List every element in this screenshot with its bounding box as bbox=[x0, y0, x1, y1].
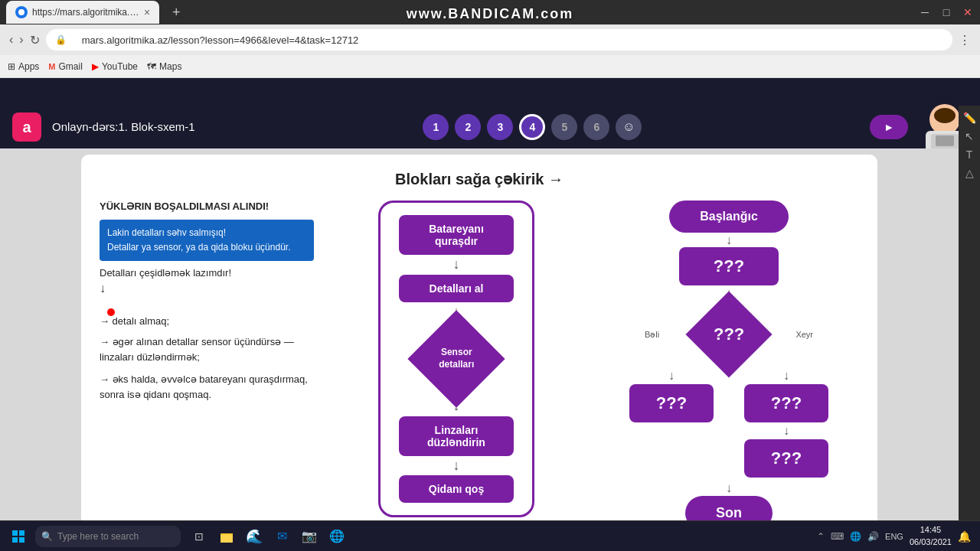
fc-diamond-sensor[interactable]: Sensor detalları bbox=[407, 311, 505, 408]
toolbar-text-icon[interactable]: T bbox=[966, 148, 973, 161]
cursor-indicator bbox=[107, 308, 115, 316]
progress-dot-5[interactable]: 5 bbox=[551, 114, 577, 140]
main-title: Blokları sağa çəkirik → bbox=[395, 171, 564, 187]
browser-tab[interactable]: https://mars.algoritmika.az/less... × bbox=[6, 1, 159, 24]
taskbar-photos[interactable]: 📷 bbox=[296, 523, 323, 550]
search-placeholder: Type here to search bbox=[57, 531, 139, 542]
tab-close-button[interactable]: × bbox=[144, 6, 150, 18]
youtube-icon: ▶ bbox=[92, 61, 99, 72]
qf-start[interactable]: Başlanğıc bbox=[669, 201, 789, 233]
bookmark-youtube[interactable]: ▶ YouTube bbox=[92, 61, 138, 72]
tray-volume-icon: 🔊 bbox=[867, 531, 879, 542]
beli-label: Bəli bbox=[645, 330, 659, 340]
app-title: Onlayn-dərs:1. Blok-sxem-1 bbox=[52, 120, 195, 134]
svg-rect-8 bbox=[19, 530, 24, 536]
back-button[interactable]: ‹ bbox=[9, 33, 13, 47]
toolbar-cursor-icon[interactable]: ↖ bbox=[965, 130, 974, 142]
svg-point-4 bbox=[934, 108, 956, 123]
taskbar-mail[interactable]: ✉ bbox=[268, 523, 296, 550]
tray-keyboard-icon: ⌨ bbox=[831, 531, 844, 542]
svg-rect-10 bbox=[19, 537, 24, 543]
step-3-text: → əks halda, əvvəlcə batareyanı quraşdır… bbox=[100, 372, 314, 402]
fc-block-detallar[interactable]: Detalları al bbox=[399, 275, 514, 302]
refresh-button[interactable]: ↻ bbox=[30, 33, 40, 47]
maps-icon: 🗺 bbox=[147, 61, 156, 72]
gmail-icon: M bbox=[48, 62, 55, 71]
tray-datetime: 14:45 06/03/2021 bbox=[910, 524, 952, 548]
tab-favicon bbox=[15, 6, 28, 18]
svg-rect-6 bbox=[936, 135, 954, 146]
fc-block-batareya[interactable]: Batareyanı quraşdır bbox=[399, 215, 514, 255]
tray-network-icon: 🌐 bbox=[850, 531, 861, 542]
maximize-button[interactable]: □ bbox=[940, 6, 952, 18]
svg-rect-12 bbox=[220, 535, 233, 543]
minimize-button[interactable]: ─ bbox=[919, 6, 931, 18]
apps-icon: ⊞ bbox=[8, 61, 15, 72]
svg-rect-9 bbox=[12, 537, 18, 543]
taskbar-edge-browser[interactable]: 🌊 bbox=[240, 523, 268, 550]
progress-dot-1[interactable]: 1 bbox=[423, 114, 449, 140]
tray-time: 14:45 bbox=[910, 524, 952, 536]
close-window-button[interactable]: ✕ bbox=[962, 6, 974, 18]
progress-dot-2[interactable]: 2 bbox=[455, 114, 481, 140]
taskbar-task-view[interactable]: ⊡ bbox=[185, 523, 213, 550]
secure-icon: 🔒 bbox=[55, 34, 67, 45]
text-detallar: Detalları çeşidləmək lazımdır! bbox=[100, 267, 314, 279]
bookmark-maps[interactable]: 🗺 Maps bbox=[147, 61, 181, 72]
highlight-text-2: Detallar ya sensor, ya da qida bloku üçü… bbox=[107, 242, 290, 253]
fc-arrow-1: ↓ bbox=[453, 256, 460, 273]
arrow-down: ↓ bbox=[100, 282, 314, 295]
step-1-text: → detalı almaq; bbox=[100, 315, 314, 327]
progress-dot-3[interactable]: 3 bbox=[487, 114, 513, 140]
qf-right-block-2[interactable]: ??? bbox=[744, 439, 828, 478]
tab-title: https://mars.algoritmika.az/less... bbox=[32, 7, 139, 18]
taskbar-search[interactable]: 🔍 Type here to search bbox=[35, 526, 181, 547]
qf-block-1[interactable]: ??? bbox=[679, 247, 779, 285]
step-2-text: → əgər alınan detallar sensor üçündürsə … bbox=[100, 334, 314, 364]
progress-dot-smiley[interactable]: ☺ bbox=[616, 114, 642, 140]
fc-block-linzalar[interactable]: Linzaları düzləndirin bbox=[399, 416, 514, 456]
fc-block-qida[interactable]: Qidanı qoş bbox=[399, 475, 514, 503]
app-logo: a bbox=[12, 112, 41, 142]
forward-button[interactable]: › bbox=[19, 33, 23, 47]
tray-notification[interactable]: 🔔 bbox=[958, 530, 971, 543]
progress-dot-6[interactable]: 6 bbox=[583, 114, 609, 140]
start-button[interactable] bbox=[3, 521, 34, 552]
bookmark-apps[interactable]: ⊞ Apps bbox=[8, 61, 39, 72]
qf-left-block[interactable]: ??? bbox=[629, 384, 714, 422]
fc-arrow-4: ↓ bbox=[453, 458, 460, 474]
toolbar-pencil-icon[interactable]: ✏️ bbox=[963, 112, 976, 124]
new-tab-button[interactable]: + bbox=[165, 2, 187, 23]
xeyr-label: Xeyr bbox=[795, 330, 813, 339]
qf-diamond[interactable]: ??? bbox=[685, 292, 772, 378]
bookmark-gmail[interactable]: M Gmail bbox=[48, 61, 83, 72]
taskbar-file-explorer[interactable] bbox=[213, 523, 240, 550]
left-subtitle: YÜKLƏRIN BOŞALDILMASI ALINDI! bbox=[100, 201, 314, 212]
taskbar-chrome[interactable]: 🌐 bbox=[323, 523, 351, 550]
toolbar-shapes-icon[interactable]: △ bbox=[965, 167, 974, 179]
svg-rect-7 bbox=[12, 530, 18, 536]
tray-lang: ENG bbox=[885, 532, 903, 541]
svg-point-0 bbox=[18, 9, 24, 15]
extensions-icon: ⋮ bbox=[959, 33, 971, 47]
qf-right-block-1[interactable]: ??? bbox=[744, 384, 828, 422]
highlighted-block: Lakin detalları səhv salmışıq! Detallar … bbox=[100, 220, 314, 261]
tray-date: 06/03/2021 bbox=[910, 536, 952, 548]
progress-dot-4[interactable]: 4 bbox=[519, 114, 545, 140]
play-button[interactable]: ► bbox=[870, 115, 908, 139]
address-input[interactable] bbox=[71, 29, 943, 51]
search-icon: 🔍 bbox=[41, 531, 53, 542]
highlight-text-1: Lakin detalları səhv salmışıq! bbox=[107, 227, 226, 238]
tray-up-arrow[interactable]: ⌃ bbox=[817, 531, 825, 542]
